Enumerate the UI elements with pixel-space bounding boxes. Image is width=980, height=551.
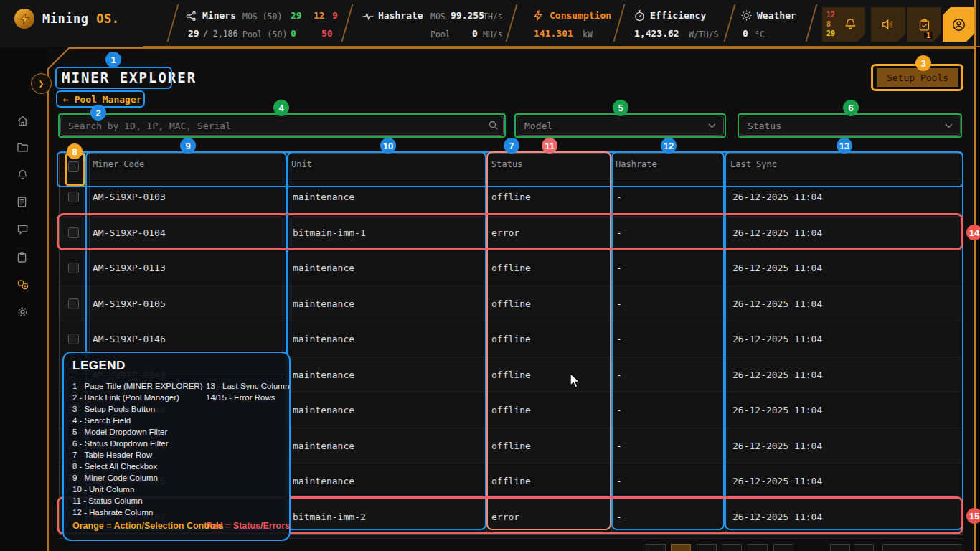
pagination-next-button[interactable]	[882, 544, 961, 551]
miners-nodes-icon	[186, 11, 197, 22]
cell-last-sync: 26-12-2025 11:04	[732, 227, 822, 237]
cell-status: offline	[491, 263, 531, 273]
annotation-badge-4: 4	[273, 100, 289, 116]
annotation-badge-5: 5	[613, 100, 628, 116]
header-status[interactable]: Status	[491, 159, 522, 169]
cell-hashrate: -	[616, 192, 622, 202]
pagination-button[interactable]	[722, 544, 742, 551]
page-title: MINER EXPLORER	[62, 70, 197, 85]
lightning-logo-icon	[14, 9, 34, 29]
search-input[interactable]	[60, 116, 504, 136]
sidebar-item-settings[interactable]	[17, 306, 28, 317]
setup-pools-button[interactable]: Setup Pools	[877, 68, 958, 87]
cell-status: offline	[491, 405, 531, 415]
user-icon	[952, 18, 966, 32]
legend-item: 7 - Table Header Row	[72, 449, 203, 461]
notifications-button[interactable]: 12 8 29	[822, 7, 865, 42]
table-row[interactable]: AM-S19XP-0103 maintenance offline - 26-1…	[60, 179, 962, 215]
hashrate-pulse-icon	[362, 12, 374, 21]
cell-miner-code: AM-S19XP-0104	[93, 227, 166, 237]
topbar-separator	[806, 4, 818, 42]
annotation-badge-7: 7	[504, 138, 519, 154]
row-checkbox[interactable]	[68, 334, 79, 344]
legend-title: LEGEND	[72, 359, 126, 373]
cell-status: error	[491, 512, 519, 522]
cell-unit: maintenance	[293, 405, 354, 415]
sidebar-item-pools[interactable]	[17, 279, 28, 290]
row-checkbox[interactable]	[68, 263, 79, 273]
topbar-separator	[506, 4, 518, 42]
profile-button[interactable]	[943, 7, 974, 42]
efficiency-unit: W/TH/S	[689, 29, 719, 39]
sidebar-item-clipboard[interactable]	[17, 252, 28, 263]
hashrate-pool-value: 0	[472, 28, 478, 39]
row-checkbox[interactable]	[68, 298, 79, 309]
cell-miner-code: AM-S19XP-0113	[93, 263, 166, 273]
miners-pool-red: 50	[321, 28, 333, 39]
pagination-button[interactable]	[697, 544, 717, 551]
cell-unit: maintenance	[293, 192, 354, 202]
row-checkbox[interactable]	[68, 192, 79, 202]
header-hashrate[interactable]: Hashrate	[616, 159, 657, 169]
cell-last-sync: 26-12-2025 11:04	[732, 369, 822, 380]
cell-status: error	[491, 227, 519, 237]
hashrate-mos-label: MOS	[430, 11, 446, 22]
tasks-button[interactable]: 1	[907, 7, 941, 42]
pagination-button[interactable]	[748, 544, 768, 551]
annotation-badge-6: 6	[843, 100, 859, 116]
cell-status: offline	[491, 298, 531, 309]
legend-item: 4 - Search Field	[72, 415, 203, 426]
table-row[interactable]: AM-S19XP-0104 bitmain-imm-1 error - 26-1…	[60, 215, 962, 251]
cell-hashrate: -	[616, 263, 622, 273]
miners-mos-red: 9	[332, 10, 338, 21]
pagination-button[interactable]	[854, 544, 874, 551]
topbar-separator	[167, 4, 179, 42]
legend-item: 6 - Status Dropdown Filter	[72, 438, 203, 449]
header-miner-code[interactable]: Miner Code	[93, 159, 144, 169]
efficiency-value: 1,423.62	[634, 28, 679, 39]
topbar-bottom-border	[143, 46, 980, 47]
annotation-badge-10: 10	[380, 138, 396, 154]
model-filter-dropdown[interactable]: Model	[517, 116, 724, 136]
header-last-sync[interactable]: Last Sync	[730, 159, 777, 169]
brand-logo[interactable]: Mining OS.	[14, 9, 119, 29]
header-unit[interactable]: Unit	[291, 159, 312, 169]
miners-count: 29	[188, 28, 199, 39]
sidebar-item-messages[interactable]	[17, 225, 28, 235]
cell-hashrate: -	[616, 334, 622, 344]
cell-unit: maintenance	[293, 263, 354, 273]
sidebar-item-reports[interactable]	[17, 197, 28, 207]
legend-item: 13 - Last Sync Column	[206, 380, 289, 392]
tasks-badge: 1	[924, 32, 933, 39]
sidebar-item-notifications[interactable]	[17, 169, 28, 180]
pagination-button[interactable]	[830, 544, 850, 551]
cell-hashrate: -	[616, 227, 622, 237]
back-link[interactable]: ← Pool Manager	[63, 94, 142, 105]
cell-hashrate: -	[616, 405, 622, 415]
pagination-button-active[interactable]	[671, 544, 691, 551]
bell-icon	[844, 18, 857, 31]
sidebar-item-files[interactable]	[17, 143, 28, 154]
cell-unit: maintenance	[293, 440, 354, 451]
weather-unit: °C	[755, 29, 765, 39]
audio-button[interactable]	[871, 7, 905, 42]
legend-item: 11 - Status Column	[72, 495, 203, 507]
cell-status: offline	[491, 476, 531, 486]
legend-note-orange: Orange = Action/Selection Controls	[72, 521, 223, 531]
cell-unit: maintenance	[293, 298, 354, 309]
pagination-button[interactable]	[646, 544, 666, 551]
table-row[interactable]: AM-S19XP-0113 maintenance offline - 26-1…	[60, 250, 962, 286]
annotation-badge-2: 2	[90, 105, 106, 121]
status-filter-dropdown[interactable]: Status	[740, 116, 961, 136]
row-checkbox[interactable]	[68, 227, 79, 238]
sidebar	[0, 47, 47, 551]
pagination-button[interactable]	[773, 544, 793, 551]
weather-sun-icon	[741, 10, 752, 21]
cell-unit: maintenance	[293, 369, 354, 380]
table-row[interactable]: AM-S19XP-0105 maintenance offline - 26-1…	[60, 286, 962, 322]
sidebar-item-home[interactable]	[17, 116, 28, 126]
legend-item: 10 - Unit Column	[72, 484, 203, 495]
select-all-checkbox[interactable]	[68, 161, 79, 172]
sidebar-expand-button[interactable]: ❯	[31, 73, 52, 94]
cell-last-sync: 26-12-2025 11:04	[732, 476, 822, 486]
